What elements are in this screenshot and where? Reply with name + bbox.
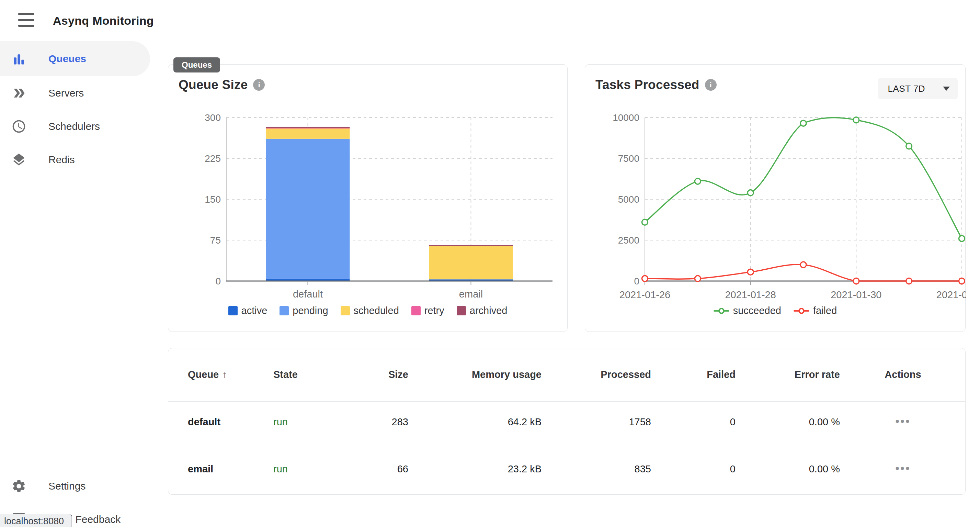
legend-swatch <box>411 306 421 315</box>
queue-link[interactable]: email <box>168 443 273 495</box>
sidebar-item-schedulers[interactable]: Schedulers <box>0 110 150 143</box>
column-header-memory[interactable]: Memory usage <box>408 349 541 401</box>
sidebar-item-label: Schedulers <box>48 121 100 132</box>
legend-swatch <box>340 306 350 315</box>
svg-text:2021-01-26: 2021-01-26 <box>619 289 670 300</box>
table-header-row: Queue ↑ State Size Memory usage Processe… <box>168 349 966 401</box>
svg-text:75: 75 <box>210 235 221 246</box>
legend-swatch <box>457 306 466 315</box>
processed-cell: 1758 <box>541 401 651 443</box>
legend-item-retry: retry <box>411 305 444 317</box>
size-cell: 66 <box>356 443 408 495</box>
legend-swatch <box>228 306 238 315</box>
svg-text:300: 300 <box>205 112 221 123</box>
state-cell: run <box>273 401 356 443</box>
queues-table: Queue ↑ State Size Memory usage Processe… <box>168 349 966 495</box>
app-bar: Asynq Monitoring <box>0 0 980 41</box>
svg-text:7500: 7500 <box>618 153 640 164</box>
double-arrow-icon <box>11 85 27 101</box>
legend-item-succeeded: succeeded <box>714 305 781 317</box>
hamburger-menu-icon[interactable] <box>14 8 38 33</box>
svg-text:2021-02-01: 2021-02-01 <box>936 289 966 300</box>
sidebar: Queues Servers Schedulers <box>0 41 150 527</box>
table-row-email: email run 66 23.2 kB 835 0 0.00 % ••• <box>168 443 966 495</box>
sidebar-item-settings[interactable]: Settings <box>0 469 150 503</box>
svg-text:2021-01-30: 2021-01-30 <box>830 289 881 300</box>
sidebar-item-label: Servers <box>48 87 84 99</box>
svg-text:email: email <box>459 288 483 299</box>
legend-line-marker <box>794 308 809 314</box>
legend-item-scheduled: scheduled <box>340 305 399 317</box>
memory-cell: 64.2 kB <box>408 401 541 443</box>
queue-size-legend: active pending scheduled retry archived <box>168 305 567 317</box>
row-actions-button[interactable]: ••• <box>892 417 914 425</box>
row-actions-button[interactable]: ••• <box>892 465 914 472</box>
state-cell: run <box>273 443 356 495</box>
sort-asc-icon: ↑ <box>222 369 227 380</box>
svg-text:5000: 5000 <box>618 194 640 205</box>
column-header-processed[interactable]: Processed <box>541 349 651 401</box>
error-rate-cell: 0.00 % <box>735 443 840 495</box>
gear-icon <box>11 478 27 494</box>
svg-text:150: 150 <box>205 194 221 205</box>
queue-size-card: Queue Size i defaultemail075150225300 ac… <box>168 64 568 332</box>
column-header-size[interactable]: Size <box>356 349 408 401</box>
size-cell: 283 <box>356 401 408 443</box>
tasks-processed-card: Tasks Processed i LAST 7D 2021-01-262021… <box>585 64 966 332</box>
bar-chart-icon <box>11 51 27 67</box>
sidebar-item-redis[interactable]: Redis <box>0 143 150 176</box>
queue-size-chart[interactable]: defaultemail075150225300 <box>168 65 568 332</box>
svg-text:default: default <box>293 288 323 299</box>
svg-text:10000: 10000 <box>612 112 640 123</box>
layers-icon <box>11 152 27 168</box>
tasks-processed-chart[interactable]: 2021-01-262021-01-282021-01-302021-02-01… <box>585 65 966 332</box>
asynq-monitoring-screen: Asynq Monitoring Queues Servers <box>0 0 980 527</box>
failed-cell: 0 <box>651 401 735 443</box>
column-header-error-rate[interactable]: Error rate <box>735 349 840 401</box>
svg-text:2500: 2500 <box>618 235 640 246</box>
legend-item-active: active <box>228 305 267 317</box>
column-header-state[interactable]: State <box>273 349 356 401</box>
error-rate-cell: 0.00 % <box>735 401 840 443</box>
queues-tooltip: Queues <box>173 57 220 73</box>
processed-cell: 835 <box>541 443 651 495</box>
sidebar-item-servers[interactable]: Servers <box>0 76 150 110</box>
clock-icon <box>11 118 27 134</box>
failed-cell: 0 <box>651 443 735 495</box>
svg-text:0: 0 <box>215 276 221 287</box>
legend-item-archived: archived <box>457 305 508 317</box>
legend-swatch <box>280 306 289 315</box>
column-header-failed[interactable]: Failed <box>651 349 735 401</box>
queues-table-card: Queue ↑ State Size Memory usage Processe… <box>168 348 966 495</box>
status-url-bubble: localhost:8080 <box>0 514 72 527</box>
legend-line-marker <box>714 308 729 314</box>
legend-item-pending: pending <box>280 305 328 317</box>
table-row-default: default run 283 64.2 kB 1758 0 0.00 % ••… <box>168 401 966 443</box>
tasks-legend: succeeded failed <box>585 305 965 317</box>
sidebar-item-queues[interactable]: Queues <box>0 41 150 76</box>
sidebar-item-label: Redis <box>48 154 75 166</box>
app-title: Asynq Monitoring <box>53 0 154 41</box>
column-header-queue[interactable]: Queue ↑ <box>168 349 273 401</box>
memory-cell: 23.2 kB <box>408 443 541 495</box>
svg-text:0: 0 <box>634 276 640 287</box>
column-header-actions: Actions <box>840 349 966 401</box>
sidebar-item-label: Settings <box>48 480 86 492</box>
sidebar-item-label: Queues <box>48 53 86 65</box>
svg-text:2021-01-28: 2021-01-28 <box>725 289 776 300</box>
queue-link[interactable]: default <box>168 401 273 443</box>
svg-text:225: 225 <box>205 153 221 164</box>
legend-item-failed: failed <box>794 305 837 317</box>
